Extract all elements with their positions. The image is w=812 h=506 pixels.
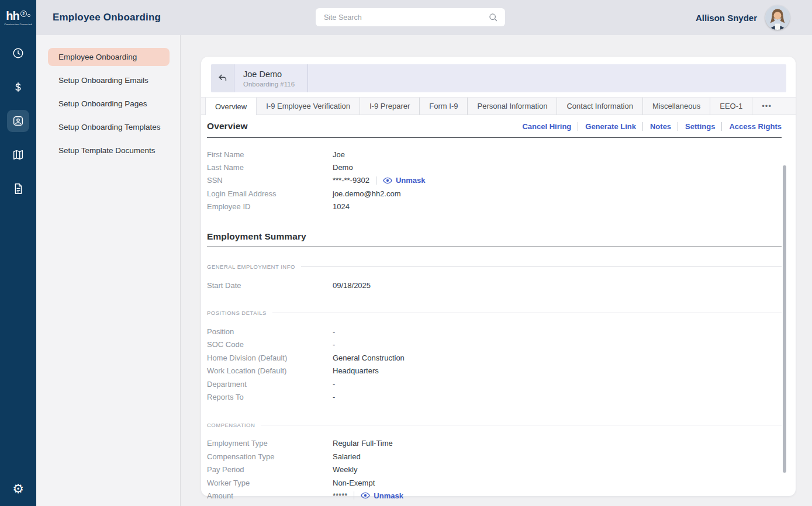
eye-icon	[383, 176, 392, 185]
user-menu[interactable]: Allison Snyder	[696, 5, 812, 30]
field-row-ssn: SSN ***-**-9302 Unmask	[207, 174, 782, 187]
field-label: Position	[207, 327, 333, 336]
gear-icon[interactable]: ⚙	[7, 478, 29, 500]
tab-contact-information[interactable]: Contact Information	[557, 98, 642, 115]
tab-more[interactable]: •••	[752, 98, 781, 115]
employee-badge-icon[interactable]	[7, 110, 29, 132]
field-value: Regular Full-Time	[333, 439, 393, 448]
overview-section-head: Overview Cancel Hiring Generate Link Not…	[207, 115, 782, 137]
tab-i9-employee-verification[interactable]: I-9 Employee Verification	[257, 98, 360, 115]
logo-number: 2	[20, 11, 27, 17]
ssn-masked-value: ***-**-9302	[333, 176, 369, 185]
sidebar-item-employee-onboarding[interactable]: Employee Onboarding	[48, 48, 170, 66]
field-row-reports-to: Reports To -	[207, 390, 782, 403]
field-value: Headquarters	[333, 366, 379, 375]
field-value: joe.demo@hh2.com	[333, 189, 401, 198]
field-value: Non-Exempt	[333, 479, 375, 487]
field-label: Reports To	[207, 393, 333, 401]
field-value: Weekly	[333, 465, 357, 474]
tab-miscellaneous[interactable]: Miscellaneous	[642, 98, 710, 115]
unmask-label: Unmask	[374, 491, 403, 500]
field-label: Pay Period	[207, 465, 333, 474]
back-button[interactable]	[211, 64, 234, 92]
field-row-compensation-type: Compensation Type Salaried	[207, 450, 782, 463]
group-line	[301, 266, 782, 267]
access-rights-link[interactable]: Access Rights	[721, 122, 782, 131]
record-tabs: Overview I-9 Employee Verification I-9 P…	[201, 97, 796, 115]
hh2-logo[interactable]: hh 2 Construction Connected	[0, 0, 36, 35]
overview-divider	[207, 137, 782, 138]
page-title: Employee Onboarding	[53, 12, 161, 23]
sidebar-item-setup-onboarding-templates[interactable]: Setup Onboarding Templates	[48, 118, 170, 136]
field-row-first-name: First Name Joe	[207, 148, 782, 161]
record-header: Joe Demo Onboarding #116	[211, 64, 786, 92]
ssn-unmask-button[interactable]: Unmask	[383, 176, 426, 185]
field-value: -	[333, 340, 335, 349]
field-value: -	[333, 393, 335, 401]
tab-overview[interactable]: Overview	[205, 98, 257, 115]
overview-fields: First Name Joe Last Name Demo SSN ***-**…	[207, 148, 782, 213]
map-icon[interactable]	[7, 144, 29, 166]
field-label: Last Name	[207, 163, 333, 172]
employment-section-head: Employment Summary	[207, 227, 782, 247]
record-card: Joe Demo Onboarding #116 Overview I-9 Em…	[201, 57, 796, 496]
field-label: First Name	[207, 150, 333, 159]
field-label: Login Email Address	[207, 189, 333, 198]
field-value: ***** Unmask	[333, 491, 403, 500]
document-icon[interactable]	[7, 178, 29, 200]
tab-form-i9[interactable]: Form I-9	[419, 98, 467, 115]
group-head: GENERAL EMPLOYMENT INFO	[207, 264, 782, 270]
clock-icon[interactable]	[7, 42, 29, 64]
group-title: COMPENSATION	[207, 422, 255, 428]
module-sidebar: Employee Onboarding Setup Onboarding Ema…	[36, 35, 181, 506]
field-label: SOC Code	[207, 340, 333, 349]
field-row-home-division: Home Division (Default) General Construc…	[207, 351, 782, 364]
field-row-worker-type: Worker Type Non-Exempt	[207, 476, 782, 489]
field-row-pay-period: Pay Period Weekly	[207, 463, 782, 476]
group-line	[261, 425, 782, 425]
field-label: SSN	[207, 176, 333, 185]
field-value: 09/18/2025	[333, 281, 371, 290]
vertical-scrollbar[interactable]	[783, 165, 786, 473]
sidebar-item-setup-onboarding-emails[interactable]: Setup Onboarding Emails	[48, 71, 170, 89]
rail-nav	[7, 42, 29, 478]
notes-link[interactable]: Notes	[642, 122, 671, 131]
value-divider	[376, 176, 376, 185]
group-line	[272, 313, 782, 313]
main-area: Joe Demo Onboarding #116 Overview I-9 Em…	[181, 35, 812, 506]
field-label: Employee ID	[207, 202, 333, 211]
sidebar-item-setup-onboarding-pages[interactable]: Setup Onboarding Pages	[48, 95, 170, 113]
field-row-last-name: Last Name Demo	[207, 161, 782, 174]
field-value: Salaried	[333, 452, 361, 461]
field-label: Employment Type	[207, 439, 333, 448]
logo-text: hh	[6, 10, 19, 22]
tab-eeo-1[interactable]: EEO-1	[710, 98, 752, 115]
field-value: -	[333, 327, 335, 336]
dollar-icon[interactable]	[7, 76, 29, 98]
site-search	[316, 8, 505, 26]
record-name: Joe Demo	[243, 70, 295, 79]
settings-link[interactable]: Settings	[678, 122, 715, 131]
top-bar: Employee Onboarding Allison Snyder	[36, 0, 812, 35]
group-title: GENERAL EMPLOYMENT INFO	[207, 264, 295, 270]
search-icon[interactable]	[488, 12, 498, 22]
search-input[interactable]	[323, 13, 488, 22]
field-value: ***-**-9302 Unmask	[333, 176, 425, 185]
sidebar-item-label: Setup Onboarding Emails	[58, 76, 148, 85]
unmask-label: Unmask	[396, 176, 426, 185]
amount-unmask-button[interactable]: Unmask	[361, 491, 403, 500]
employment-heading: Employment Summary	[207, 231, 306, 242]
sidebar-item-label: Employee Onboarding	[58, 53, 137, 61]
sidebar-item-label: Setup Onboarding Pages	[58, 99, 147, 108]
sidebar-item-setup-template-documents[interactable]: Setup Template Documents	[48, 141, 170, 160]
generate-link-link[interactable]: Generate Link	[578, 122, 636, 131]
cancel-hiring-link[interactable]: Cancel Hiring	[522, 122, 571, 131]
employment-divider	[207, 247, 782, 247]
avatar[interactable]	[765, 5, 790, 30]
field-label: Amount	[207, 491, 333, 500]
field-label: Compensation Type	[207, 452, 333, 461]
group-positions-details: POSITIONS DETAILS Position - SOC Code - …	[207, 310, 782, 403]
tab-personal-information[interactable]: Personal Information	[467, 98, 557, 115]
field-label: Start Date	[207, 281, 333, 290]
tab-i9-preparer[interactable]: I-9 Preparer	[360, 98, 419, 115]
